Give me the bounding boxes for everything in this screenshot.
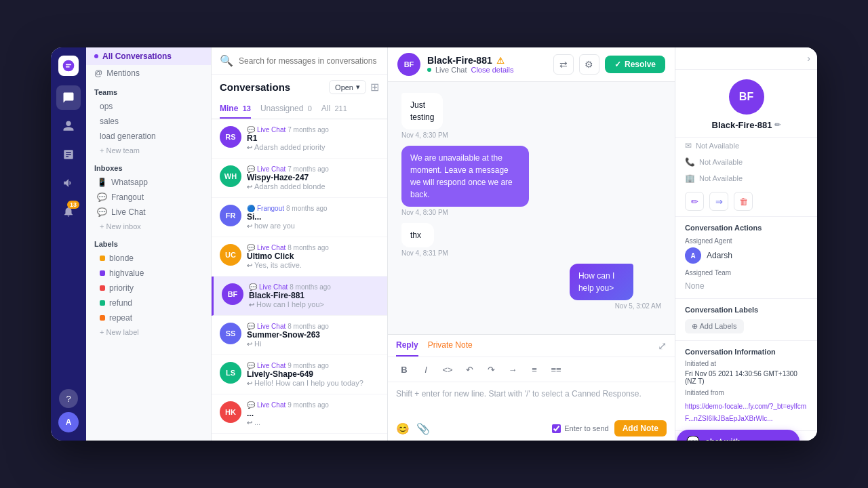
close-details-link[interactable]: Close details — [471, 66, 513, 74]
agent-avatar: A — [685, 247, 701, 264]
filter-button[interactable]: Open ▾ — [329, 80, 366, 94]
sidebar-team-sales[interactable]: sales — [86, 114, 211, 129]
svg-point-0 — [63, 60, 75, 72]
frangout-icon: 💬 — [97, 192, 107, 202]
sidebar-label-blonde[interactable]: blonde — [86, 251, 211, 266]
transfer-icon[interactable]: ⇄ — [553, 54, 574, 75]
message-time-2: Nov 4, 8:30 PM — [401, 209, 583, 216]
conv-avatar-ss: SS — [220, 323, 241, 344]
tab-unassigned[interactable]: Unassigned 0 — [260, 100, 312, 119]
emoji-icon[interactable]: 😊 — [396, 422, 410, 435]
nav-reports[interactable] — [56, 142, 81, 167]
ordered-list-button[interactable]: ≡≡ — [548, 361, 564, 378]
italic-button[interactable]: I — [418, 361, 434, 378]
contact-email-row: ✉ Not Available — [675, 138, 817, 154]
nav-help[interactable]: ? — [59, 389, 78, 408]
livechat-icon5: 💬 — [247, 323, 255, 330]
conv-item-uc[interactable]: UC 💬 Live Chat 8 months ago Ultimo Click… — [212, 237, 387, 277]
app-container: 13 ? A All Conversations @ Mentions Team… — [51, 47, 817, 441]
sidebar-label-highvalue[interactable]: highvalue — [86, 266, 211, 281]
sidebar-label-priority[interactable]: priority — [86, 281, 211, 296]
chat-header-left: BF Black-Fire-881 ⚠ Live Chat Close deta… — [397, 53, 513, 76]
sidebar-mentions[interactable]: @ Mentions — [86, 65, 211, 81]
merge-contact-button[interactable]: ⇒ — [709, 192, 728, 211]
initiated-from-url[interactable]: https://demo-focale...fy.com/?_bt=eylfcm… — [685, 403, 806, 422]
conv-preview-ls: ↩Hello! How can I help you today? — [247, 379, 379, 387]
tab-all[interactable]: All 211 — [321, 100, 347, 119]
message-1: Just testing Nov 4, 8:30 PM — [401, 93, 661, 139]
resolve-button[interactable]: ✓ Resolve — [605, 56, 665, 73]
sidebar-team-ops[interactable]: ops — [86, 99, 211, 114]
sidebar-inbox-frangout[interactable]: 💬 Frangout — [86, 190, 211, 205]
add-note-button[interactable]: Add Note — [614, 420, 667, 436]
conv-preview-bf: ↩How can I help you> — [249, 300, 379, 308]
sidebar-inbox-whatsapp[interactable]: 📱 Whatsapp — [86, 175, 211, 190]
redo-button[interactable]: ↷ — [483, 361, 499, 378]
header-actions: Open ▾ ⊞ — [329, 80, 379, 94]
conv-item-ls[interactable]: LS 💬 Live Chat 9 months ago Lively-Shape… — [212, 355, 387, 394]
edit-contact-button[interactable]: ✏ — [685, 192, 704, 211]
sidebar-new-inbox[interactable]: + New inbox — [86, 220, 211, 233]
nav-contacts[interactable] — [56, 114, 81, 138]
conversation-info-section: Conversation Information Initiated at Fr… — [675, 341, 817, 431]
private-note-tab[interactable]: Private Note — [428, 335, 473, 357]
settings-icon[interactable]: ⚙ — [579, 54, 599, 75]
reply-box: Reply Private Note ⤢ B I <> ↶ ↷ → ≡ ≡≡ S… — [388, 334, 675, 441]
search-icon: 🔍 — [220, 54, 233, 67]
conv-item-wh[interactable]: WH 💬 Live Chat 7 months ago Wispy-Haze-2… — [212, 159, 387, 198]
enter-to-send-toggle[interactable]: Enter to send — [552, 424, 608, 433]
nav-conversations[interactable] — [56, 85, 81, 110]
conv-item-rs[interactable]: RS 💬 Live Chat 7 months ago R1 ↩Adarsh a… — [212, 119, 387, 159]
conv-info-wh: 💬 Live Chat 7 months ago Wispy-Haze-247 … — [247, 165, 379, 190]
conv-name-ss: Summer-Snow-263 — [247, 330, 379, 340]
delete-contact-button[interactable]: 🗑 — [734, 192, 753, 211]
sidebar-all-conversations[interactable]: All Conversations — [86, 47, 211, 65]
conv-item-bf[interactable]: BF 💬 Live Chat 8 months ago Black-Fire-8… — [212, 277, 387, 316]
sidebar-label-repeat[interactable]: repeat — [86, 310, 211, 325]
label-dot-priority — [100, 285, 105, 291]
livechat-label: Live Chat — [111, 207, 146, 217]
phone-icon: 📞 — [685, 157, 695, 167]
reply-input-area[interactable]: Shift + enter for new line. Start with '… — [388, 382, 675, 416]
reply-tab[interactable]: Reply — [396, 335, 418, 357]
chat-header-actions: ⇄ ⚙ ✓ Resolve — [553, 54, 665, 75]
livechat-icon4: 💬 — [249, 283, 257, 291]
undo-button[interactable]: ↶ — [461, 361, 477, 378]
sidebar-new-label[interactable]: + New label — [86, 325, 211, 339]
conv-item-fr[interactable]: FR 🔵 Frangout 8 months ago Si... ↩how ar… — [212, 198, 387, 237]
conv-item-hk[interactable]: HK 💬 Live Chat 9 months ago ... ↩... — [212, 394, 387, 434]
sidebar-label-refund[interactable]: refund — [86, 296, 211, 310]
conversation-actions-section: Conversation Actions Assigned Agent A Ad… — [675, 217, 817, 299]
message-bubble-2: We are unavailable at the moment. Leave … — [401, 146, 529, 207]
add-labels-button[interactable]: ⊕ Add Labels — [685, 319, 744, 333]
team-load-label: load generation — [100, 131, 156, 141]
conv-source-rs: 💬 Live Chat 7 months ago — [247, 126, 379, 134]
contact-card: BF Black-Fire-881 ✏ — [675, 70, 817, 138]
conv-name-ls: Lively-Shape-649 — [247, 369, 379, 379]
search-input[interactable] — [239, 56, 379, 66]
filter-options-icon[interactable]: ⊞ — [370, 81, 379, 94]
expand-icon[interactable]: ⤢ — [658, 340, 667, 352]
nav-campaigns[interactable] — [56, 171, 81, 195]
sidebar-team-load-generation[interactable]: load generation — [86, 129, 211, 144]
app-logo[interactable] — [58, 56, 79, 76]
edit-name-icon[interactable]: ✏ — [774, 121, 781, 129]
attachment-icon[interactable]: 📎 — [416, 422, 430, 435]
chevron-down-icon: ▾ — [356, 83, 360, 92]
bold-button[interactable]: B — [396, 361, 412, 378]
link-button[interactable]: → — [505, 361, 521, 378]
collapse-icon[interactable]: › — [807, 53, 810, 64]
tab-mine[interactable]: Mine 13 — [220, 100, 251, 119]
nav-notifications[interactable]: 13 — [56, 199, 81, 224]
nav-user-avatar[interactable]: A — [58, 412, 79, 432]
conversation-actions-title: Conversation Actions — [685, 224, 808, 232]
code-button[interactable]: <> — [439, 361, 456, 378]
conversation-tabs: Mine 13 Unassigned 0 All 211 — [212, 100, 387, 119]
enter-send-checkbox[interactable] — [552, 424, 561, 433]
chat-with-widget[interactable]: 💬 chat with — [677, 430, 800, 441]
sidebar-new-team[interactable]: + New team — [86, 144, 211, 157]
conv-item-ss[interactable]: SS 💬 Live Chat 8 months ago Summer-Snow-… — [212, 316, 387, 355]
label-repeat: repeat — [109, 313, 132, 323]
sidebar-inbox-livechat[interactable]: 💬 Live Chat — [86, 205, 211, 220]
list-button[interactable]: ≡ — [526, 361, 542, 378]
